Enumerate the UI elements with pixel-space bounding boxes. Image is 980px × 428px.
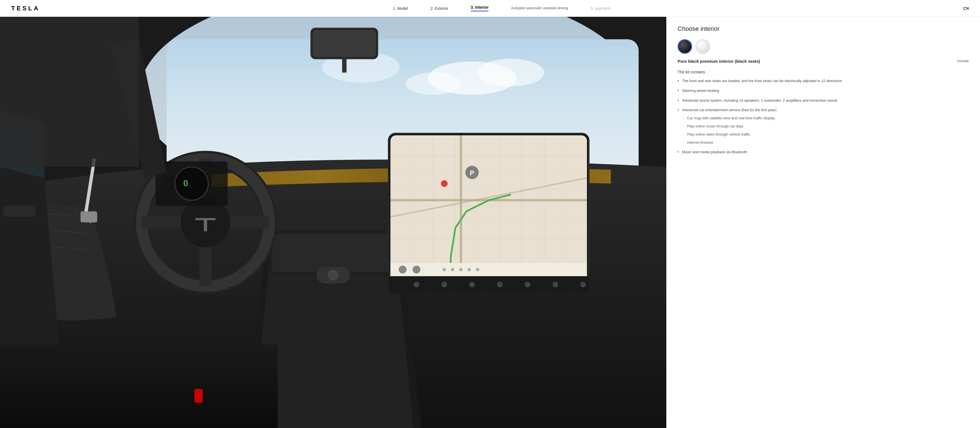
svg-point-60 [175, 167, 208, 200]
svg-point-45 [414, 282, 419, 287]
svg-text:P: P [470, 169, 474, 177]
svg-point-41 [459, 268, 463, 271]
car-interior-visual: P [0, 17, 666, 428]
language-switcher[interactable]: CN [963, 6, 969, 11]
sub-list-item: Internet browser [682, 140, 969, 146]
sub-list-item: Play online music through car data [682, 124, 969, 129]
svg-point-39 [442, 268, 446, 271]
svg-point-4 [478, 59, 544, 87]
nav-step-payment[interactable]: 5. payment [591, 6, 610, 11]
svg-point-51 [580, 282, 586, 287]
car-image-section: P [0, 17, 666, 428]
step-nav: 1. Model 2. Exterior 3. Interior Autopil… [393, 5, 610, 11]
kit-list: The front and rear seats are heated, and… [678, 78, 969, 155]
svg-point-49 [525, 282, 530, 287]
svg-rect-62 [80, 211, 97, 222]
svg-point-37 [399, 266, 406, 274]
kit-title: The kit contains [678, 70, 969, 74]
swatch-white[interactable] [695, 39, 710, 54]
interior-svg: P [0, 17, 666, 428]
svg-point-47 [469, 282, 475, 287]
svg-rect-11 [272, 234, 395, 273]
sub-list-item: Play online video through vehicle traffi… [682, 132, 969, 138]
config-panel: Choose interior Pure black premium inter… [666, 17, 980, 428]
main-layout: P [0, 0, 980, 428]
interior-name: Pure black premium interior (black seats… [678, 58, 760, 64]
nav-step-exterior[interactable]: 2. Exterior [430, 6, 448, 11]
svg-point-40 [451, 268, 454, 271]
svg-rect-66 [0, 17, 139, 167]
nav-step-autopilot[interactable]: Autopilot automatic assisted driving [511, 6, 568, 11]
list-item: Advanced sound system, including 14 spea… [678, 98, 969, 104]
svg-point-38 [413, 266, 420, 274]
svg-point-5 [405, 73, 461, 95]
svg-point-13 [328, 269, 339, 281]
svg-text:0: 0 [183, 178, 188, 188]
svg-point-50 [552, 282, 558, 287]
svg-rect-64 [0, 344, 278, 428]
interior-name-row: Pure black premium interior (black seats… [678, 58, 969, 64]
header: TESLA 1. Model 2. Exterior 3. Interior A… [0, 0, 980, 17]
svg-rect-63 [3, 206, 36, 217]
list-item: The front and rear seats are heated, and… [678, 78, 969, 84]
svg-point-35 [441, 180, 448, 187]
include-badge: include [957, 58, 969, 63]
color-swatches [678, 39, 969, 54]
svg-rect-8 [313, 30, 376, 57]
kit-sublist: Car map with satellite view and real-tim… [682, 116, 969, 145]
config-title: Choose interior [678, 25, 969, 32]
svg-point-46 [442, 282, 447, 287]
svg-point-42 [468, 268, 471, 271]
svg-point-48 [497, 282, 503, 287]
list-item: Advanced car entertainment service (free… [678, 107, 969, 145]
sub-list-item: Car map with satellite view and real-tim… [682, 116, 969, 121]
nav-step-model[interactable]: 1. Model [393, 6, 408, 11]
list-item: Steering wheel heating [678, 88, 969, 94]
tesla-logo: TESLA [11, 5, 40, 12]
svg-rect-65 [194, 389, 203, 403]
swatch-black[interactable] [678, 39, 692, 54]
list-item: Music and media playback via Bluetooth [678, 149, 969, 155]
svg-point-43 [476, 268, 479, 271]
nav-step-interior[interactable]: 3. Interior [471, 5, 488, 11]
